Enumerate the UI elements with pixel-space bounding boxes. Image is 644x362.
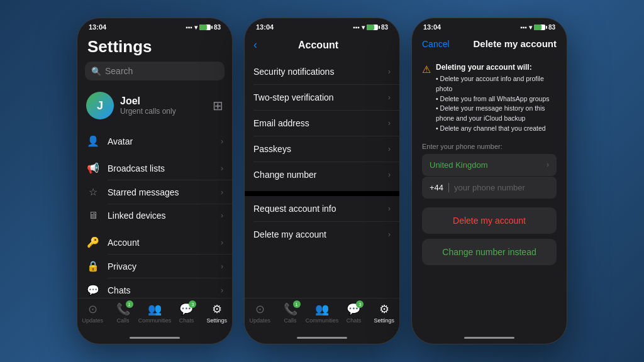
account-icon: 🔑 xyxy=(86,236,100,248)
battery-pct: 83 xyxy=(214,24,221,31)
search-bar[interactable]: 🔍 Search xyxy=(85,62,225,80)
menu-item-request-info[interactable]: Request account info › xyxy=(245,196,399,221)
profile-status: Urgent calls only xyxy=(120,107,206,116)
battery-pct-2: 83 xyxy=(381,24,388,31)
account-section-2: Request account info › Delete my account… xyxy=(245,196,399,247)
chats-tab-icon: 💬3 xyxy=(179,302,193,316)
settings-item-chats[interactable]: 💬 Chats › xyxy=(77,278,232,298)
settings-tab-label: Settings xyxy=(207,317,228,324)
change-number-label: Change number xyxy=(253,170,388,180)
status-bar-1: 13:04 ▪▪▪ ▾ 83 xyxy=(77,18,232,33)
back-button[interactable]: ‹ xyxy=(253,38,257,52)
status-icons-1: ▪▪▪ ▾ 83 xyxy=(186,24,221,31)
tab-communities[interactable]: 👥 Communities xyxy=(138,302,172,324)
security-label: Security notifications xyxy=(253,67,388,77)
chevron-icon-5: › xyxy=(221,238,223,247)
calls-tab-icon: 📞1 xyxy=(116,302,130,316)
menu-item-delete-account[interactable]: Delete my account › xyxy=(245,222,399,247)
chevron-2step: › xyxy=(388,93,391,102)
tab-updates-2[interactable]: ⊙ Updates xyxy=(245,302,275,324)
change-number-button[interactable]: Change number instead xyxy=(422,239,557,265)
chevron-security: › xyxy=(388,67,391,76)
warning-item-2: • Delete you from all WhatsApp groups xyxy=(436,94,557,104)
chevron-delete: › xyxy=(388,230,391,239)
tab-chats[interactable]: 💬3 Chats xyxy=(171,302,201,324)
country-chevron: › xyxy=(547,160,549,169)
home-indicator-1 xyxy=(77,331,232,344)
profile-row[interactable]: J Joel Urgent calls only ⊞ xyxy=(77,87,232,124)
signal-icon-2: ▪▪▪ xyxy=(353,24,360,31)
tab-calls[interactable]: 📞1 Calls xyxy=(108,302,138,324)
chats-label: Chats xyxy=(108,285,213,295)
settings-item-privacy[interactable]: 🔒 Privacy › xyxy=(77,255,232,278)
chats-icon: 💬 xyxy=(86,284,100,296)
updates-tab-label-2: Updates xyxy=(249,317,270,324)
menu-item-2step[interactable]: Two-step verification › xyxy=(245,85,399,110)
settings-item-broadcast[interactable]: 📢 Broadcast lists › xyxy=(77,156,232,180)
starred-label: Starred messages xyxy=(108,187,213,197)
search-icon: 🔍 xyxy=(91,67,101,76)
battery-icon-3 xyxy=(534,25,545,30)
chevron-icon-4: › xyxy=(221,211,223,220)
delete-page-title: Delete my account xyxy=(473,38,557,49)
tab-communities-2[interactable]: 👥 Communities xyxy=(306,302,339,324)
chevron-passkeys: › xyxy=(388,145,391,153)
linked-label: Linked devices xyxy=(108,211,213,221)
status-icons-2: ▪▪▪ ▾ 83 xyxy=(353,24,388,31)
updates-tab-icon-2: ⊙ xyxy=(255,302,265,316)
tab-settings-2[interactable]: ⚙ Settings xyxy=(369,302,399,324)
chevron-icon-7: › xyxy=(221,286,223,295)
warning-item-1: • Delete your account info and profile p… xyxy=(436,74,557,94)
status-bar-2: 13:04 ▪▪▪ ▾ 83 xyxy=(245,18,399,33)
passkeys-label: Passkeys xyxy=(253,144,388,154)
privacy-label: Privacy xyxy=(108,261,213,272)
linked-icon: 🖥 xyxy=(86,210,100,221)
tab-chats-2[interactable]: 💬3 Chats xyxy=(338,302,369,324)
tab-bar-2: ⊙ Updates 📞1 Calls 👥 Communities 💬3 Chat… xyxy=(245,298,399,331)
wifi-icon-3: ▾ xyxy=(529,24,532,31)
warning-item-3: • Delete your message history on this ph… xyxy=(436,104,557,124)
chats-tab-icon-2: 💬3 xyxy=(347,302,360,316)
wifi-icon-2: ▾ xyxy=(362,24,365,31)
cancel-button[interactable]: Cancel xyxy=(422,39,450,49)
communities-tab-icon-2: 👥 xyxy=(315,302,329,316)
country-name: United Kingdom xyxy=(430,160,547,170)
chats-badge: 3 xyxy=(189,300,196,308)
settings-item-account[interactable]: 🔑 Account › xyxy=(77,231,232,254)
signal-icon: ▪▪▪ xyxy=(186,24,192,31)
account-title: Account xyxy=(262,40,374,51)
warning-box: ⚠ Deleting your account will: • Delete y… xyxy=(422,63,557,134)
settings-section-3: 🔑 Account › 🔒 Privacy › 💬 Chats › 🔔 Noti… xyxy=(77,231,232,298)
home-indicator-2 xyxy=(245,331,399,344)
settings-item-starred[interactable]: ☆ Starred messages › xyxy=(77,180,232,204)
phone-delete: 13:04 ▪▪▪ ▾ 83 Cancel Delete my account … xyxy=(411,18,567,344)
home-bar-1 xyxy=(130,337,180,339)
warning-list: • Delete your account info and profile p… xyxy=(436,74,557,134)
menu-item-passkeys[interactable]: Passkeys › xyxy=(245,136,399,162)
battery-icon xyxy=(199,25,211,30)
home-bar-2 xyxy=(297,337,347,339)
communities-tab-label-2: Communities xyxy=(306,317,339,324)
tab-bar-1: ⊙ Updates 📞1 Calls 👥 Communities 💬3 Chat… xyxy=(77,298,232,331)
settings-item-linked[interactable]: 🖥 Linked devices › xyxy=(77,204,232,227)
starred-icon: ☆ xyxy=(86,186,100,198)
tab-settings[interactable]: ⚙ Settings xyxy=(202,302,232,324)
phone-input[interactable]: your phone number xyxy=(454,183,525,192)
menu-item-change-number[interactable]: Change number › xyxy=(245,162,399,187)
delete-header: Cancel Delete my account xyxy=(412,33,567,57)
tab-updates[interactable]: ⊙ Updates xyxy=(77,302,108,324)
battery-pct-3: 83 xyxy=(548,24,555,31)
delete-content: ⚠ Deleting your account will: • Delete y… xyxy=(412,57,567,331)
tab-calls-2[interactable]: 📞1 Calls xyxy=(275,302,305,324)
calls-tab-label-2: Calls xyxy=(284,317,297,324)
phone-settings: 13:04 ▪▪▪ ▾ 83 Settings 🔍 Search J Joel … xyxy=(77,18,233,344)
menu-item-email[interactable]: Email address › xyxy=(245,111,399,136)
chevron-icon: › xyxy=(221,137,223,146)
settings-item-avatar[interactable]: 👤 Avatar › xyxy=(77,129,232,153)
menu-item-security[interactable]: Security notifications › xyxy=(245,59,399,84)
country-selector[interactable]: United Kingdom › xyxy=(422,154,557,176)
time-2: 13:04 xyxy=(256,23,274,31)
phone-input-row: +44 your phone number xyxy=(422,177,557,199)
email-label: Email address xyxy=(253,118,388,128)
delete-account-button[interactable]: Delete my account xyxy=(422,207,557,234)
